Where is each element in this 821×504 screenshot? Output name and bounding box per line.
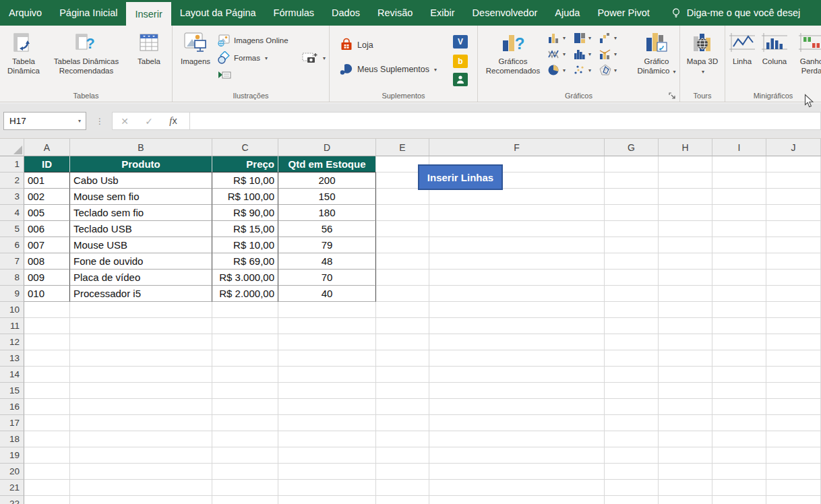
cell-F11[interactable] — [429, 318, 605, 334]
cell-A3[interactable]: 002 — [24, 189, 70, 205]
cell-E12[interactable] — [376, 334, 429, 350]
cell-G5[interactable] — [605, 221, 659, 237]
cell-B19[interactable] — [70, 447, 212, 464]
cell-D21[interactable] — [278, 480, 376, 496]
cell-I4[interactable] — [712, 205, 766, 221]
cell-F16[interactable] — [429, 399, 605, 415]
cell-G12[interactable] — [605, 334, 659, 350]
cell-F4[interactable] — [429, 205, 605, 221]
cell-C22[interactable] — [212, 496, 278, 504]
recommended-pivot-tables-button[interactable]: ? Tabelas Dinâmicas Recomendadas — [43, 26, 129, 75]
cell-D3[interactable]: 150 — [278, 189, 376, 205]
cell-H18[interactable] — [659, 431, 712, 447]
cell-G3[interactable] — [605, 189, 659, 205]
cell-H22[interactable] — [659, 496, 712, 504]
cell-H2[interactable] — [659, 172, 712, 189]
row-header-16[interactable]: 16 — [0, 399, 24, 415]
cell-J16[interactable] — [766, 399, 821, 415]
menu-tab-desenvolvedor[interactable]: Desenvolvedor — [464, 0, 547, 26]
cell-E18[interactable] — [376, 431, 429, 447]
cell-E6[interactable] — [376, 237, 429, 253]
cancel-icon[interactable]: ✕ — [113, 116, 137, 127]
cell-I3[interactable] — [712, 189, 766, 205]
cell-J3[interactable] — [766, 189, 821, 205]
cell-E13[interactable] — [376, 350, 429, 367]
column-header-J[interactable]: J — [766, 139, 821, 156]
formula-bar-drag-handle[interactable]: ⋮ — [96, 112, 104, 130]
row-header-6[interactable]: 6 — [0, 237, 24, 253]
cell-B15[interactable] — [70, 383, 212, 399]
cell-F20[interactable] — [429, 464, 605, 480]
cell-F5[interactable] — [429, 221, 605, 237]
cell-C2[interactable]: R$ 10,00 — [212, 172, 278, 189]
column-header-C[interactable]: C — [212, 139, 278, 156]
cell-I13[interactable] — [712, 350, 766, 367]
insert-rows-button[interactable]: Inserir Linhas — [418, 164, 503, 190]
store-button[interactable]: Loja — [339, 38, 373, 53]
cell-F12[interactable] — [429, 334, 605, 350]
cell-G4[interactable] — [605, 205, 659, 221]
row-header-14[interactable]: 14 — [0, 367, 24, 383]
row-header-15[interactable]: 15 — [0, 383, 24, 399]
histogram-chart-button[interactable]: ▾ — [573, 46, 599, 62]
cell-A6[interactable]: 007 — [24, 237, 70, 253]
cell-F15[interactable] — [429, 383, 605, 399]
pictures-button[interactable]: Imagens — [177, 26, 214, 66]
pie-chart-button[interactable]: ▾ — [547, 62, 573, 78]
cell-D22[interactable] — [278, 496, 376, 504]
cell-F3[interactable] — [429, 189, 605, 205]
cell-D4[interactable]: 180 — [278, 205, 376, 221]
column-header-F[interactable]: F — [429, 139, 605, 156]
row-header-18[interactable]: 18 — [0, 431, 24, 447]
cell-B17[interactable] — [70, 415, 212, 431]
cell-A20[interactable] — [24, 464, 70, 480]
cell-D11[interactable] — [278, 318, 376, 334]
cell-J15[interactable] — [766, 383, 821, 399]
cell-G2[interactable] — [605, 172, 659, 189]
column-header-H[interactable]: H — [659, 139, 712, 156]
cell-C4[interactable]: R$ 90,00 — [212, 205, 278, 221]
cell-J2[interactable] — [766, 172, 821, 189]
cell-C13[interactable] — [212, 350, 278, 367]
cell-D19[interactable] — [278, 447, 376, 464]
cell-D10[interactable] — [278, 302, 376, 318]
cell-H9[interactable] — [659, 286, 712, 302]
cell-B16[interactable] — [70, 399, 212, 415]
menu-tab-layout-da-pagina[interactable]: Layout da Página — [171, 0, 265, 26]
row-header-7[interactable]: 7 — [0, 253, 24, 270]
screenshot-button[interactable]: ▾ — [302, 51, 326, 65]
cell-E10[interactable] — [376, 302, 429, 318]
cell-G8[interactable] — [605, 270, 659, 286]
cell-J5[interactable] — [766, 221, 821, 237]
cell-F17[interactable] — [429, 415, 605, 431]
menu-tab-inserir[interactable]: Inserir — [126, 2, 171, 26]
my-add-ins-button[interactable]: Meus Suplementos ▾ — [339, 62, 437, 77]
cell-D12[interactable] — [278, 334, 376, 350]
cell-D5[interactable]: 56 — [278, 221, 376, 237]
cell-G6[interactable] — [605, 237, 659, 253]
column-chart-button[interactable]: ▾ — [547, 30, 573, 46]
cell-C6[interactable]: R$ 10,00 — [212, 237, 278, 253]
cell-G7[interactable] — [605, 253, 659, 270]
cell-B10[interactable] — [70, 302, 212, 318]
cell-H16[interactable] — [659, 399, 712, 415]
cell-G11[interactable] — [605, 318, 659, 334]
cell-E21[interactable] — [376, 480, 429, 496]
menu-tab-power-pivot[interactable]: Power Pivot — [588, 0, 658, 26]
cell-H8[interactable] — [659, 270, 712, 286]
cell-A15[interactable] — [24, 383, 70, 399]
cell-J19[interactable] — [766, 447, 821, 464]
menu-tab-ajuda[interactable]: Ajuda — [546, 0, 588, 26]
cell-C15[interactable] — [212, 383, 278, 399]
map-3d-button[interactable]: Mapa 3D ▾ — [684, 26, 721, 75]
cell-B12[interactable] — [70, 334, 212, 350]
pivot-table-button[interactable]: Tabela Dinâmica — [3, 26, 44, 75]
cell-E8[interactable] — [376, 270, 429, 286]
cell-C7[interactable]: R$ 69,00 — [212, 253, 278, 270]
cell-A9[interactable]: 010 — [24, 286, 70, 302]
cell-E5[interactable] — [376, 221, 429, 237]
insert-function-icon[interactable]: fx — [161, 115, 185, 127]
cell-H21[interactable] — [659, 480, 712, 496]
cell-C12[interactable] — [212, 334, 278, 350]
recommended-charts-button[interactable]: ? Gráficos Recomendados — [479, 26, 547, 75]
